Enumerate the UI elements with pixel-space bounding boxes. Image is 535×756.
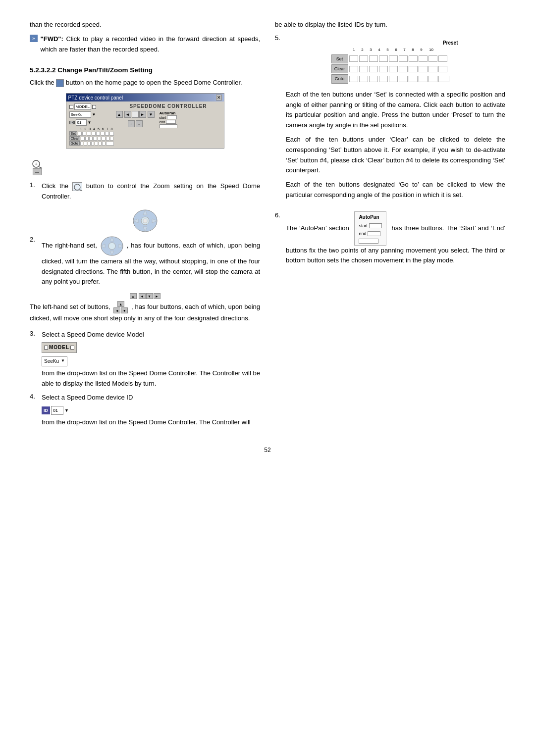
ptz-zoom-in-btn[interactable]: + — [128, 120, 135, 127]
autopan-start-label: start — [359, 222, 368, 229]
id-value[interactable]: 01 — [51, 406, 63, 415]
autopan-start-input[interactable] — [369, 223, 382, 228]
ptz-goto-cell-5[interactable] — [95, 142, 98, 146]
ptz-goto-cell-7[interactable] — [102, 142, 105, 146]
preset-goto-btn[interactable]: Goto — [331, 74, 348, 83]
ptz-seek-row: SeeKu ▼ — [69, 111, 114, 118]
ptz-start-input[interactable] — [167, 115, 177, 119]
ptz-clear-cell-7[interactable] — [106, 137, 109, 141]
ptz-goto-button[interactable]: Goto — [69, 141, 80, 146]
preset-clear-cell-7[interactable] — [409, 66, 418, 72]
preset-header-row: Preset — [331, 39, 460, 47]
preset-goto-cell-3[interactable] — [369, 76, 378, 82]
ptz-set-cell-7[interactable] — [105, 132, 109, 136]
preset-set-cell-10[interactable] — [438, 55, 447, 62]
preset-clear-cell-5[interactable] — [389, 66, 398, 72]
ptz-set-cell-2[interactable] — [82, 132, 86, 136]
preset-clear-cell-6[interactable] — [399, 66, 408, 72]
ptz-goto-cell-2[interactable] — [84, 142, 87, 146]
zoom-minus-btn[interactable]: — — [33, 168, 42, 175]
ptz-set-cell-4[interactable] — [92, 132, 96, 136]
autopan-end-input[interactable] — [368, 231, 380, 236]
model-checkbox-right[interactable] — [70, 346, 74, 350]
ptz-clear-cell-4[interactable] — [93, 137, 97, 141]
preset-clear-cell-8[interactable] — [419, 66, 428, 72]
right-num-item-6: 6. The ‘AutoPan’ section AutoPan start — [275, 211, 505, 274]
ptz-close-button[interactable]: ✕ — [216, 95, 222, 101]
ptz-set-button[interactable]: Set — [69, 131, 78, 136]
ptz-up-btn[interactable]: ▲ — [116, 111, 123, 118]
preset-clear-cell-1[interactable] — [349, 66, 358, 72]
ptz-clear-cell-3[interactable] — [89, 137, 93, 141]
preset-clear-cell-3[interactable] — [369, 66, 378, 72]
ptz-zoom-out-btn[interactable]: - — [136, 120, 143, 127]
preset-goto-cell-10[interactable] — [438, 76, 449, 82]
preset-para3: Each of the ten buttons designated ‘Go t… — [286, 180, 505, 201]
ptz-goto-cell-8[interactable] — [106, 142, 114, 146]
preset-clear-cell-2[interactable] — [359, 66, 368, 72]
ptz-clear-cell-2[interactable] — [85, 137, 89, 141]
ptz-id-label: ID — [69, 121, 75, 124]
model-label-text: MODEL — [49, 344, 69, 352]
ptz-end-row: end — [160, 120, 177, 124]
preset-set-cell-2[interactable] — [359, 55, 368, 62]
preset-goto-cell-1[interactable] — [349, 76, 358, 82]
ptz-preset-numbers: 1 2 3 4 5 6 7 8 — [79, 127, 114, 131]
ptz-clear-cell-5[interactable] — [98, 137, 101, 141]
preset-set-cell-6[interactable] — [399, 55, 408, 62]
ptz-autopan-label: AutoPan — [160, 111, 177, 115]
ptz-set-cell-6[interactable] — [101, 132, 105, 136]
ptz-play-input[interactable] — [160, 124, 177, 128]
preset-grid: Preset 1 2 3 4 5 6 7 8 9 10 — [331, 39, 460, 84]
preset-set-cell-3[interactable] — [369, 55, 378, 62]
zoom-control-icon — [72, 182, 82, 191]
preset-clear-cell-4[interactable] — [379, 66, 388, 72]
preset-goto-cell-2[interactable] — [359, 76, 368, 82]
ptz-set-cell-1[interactable] — [78, 132, 82, 136]
ptz-center-btn[interactable] — [132, 111, 139, 118]
ptz-left-btn[interactable]: ◄ — [124, 111, 131, 118]
model-checkbox-left[interactable] — [44, 346, 48, 350]
preset-set-btn[interactable]: Set — [331, 54, 348, 63]
ptz-set-cell-5[interactable] — [96, 132, 100, 136]
ptz-clear-cell-6[interactable] — [102, 137, 105, 141]
ptz-clear-button[interactable]: Clear — [69, 136, 81, 141]
ptz-goto-cell-3[interactable] — [88, 142, 91, 146]
preset-goto-cell-5[interactable] — [389, 76, 398, 82]
preset-goto-cell-7[interactable] — [409, 76, 418, 82]
ptz-model-checkbox2[interactable] — [92, 105, 96, 109]
preset-set-cell-8[interactable] — [419, 55, 428, 62]
ptz-down-btn[interactable]: ▼ — [148, 111, 155, 118]
ptz-seekku-dropdown[interactable]: SeeKu — [69, 111, 91, 118]
section-intro: Click the button on the home page to ope… — [30, 78, 260, 88]
fwd-label: "FWD": — [41, 35, 63, 43]
ptz-id-value[interactable]: 01 — [76, 119, 87, 126]
ptz-clear-cell-8[interactable] — [110, 137, 113, 141]
preset-goto-cell-6[interactable] — [399, 76, 408, 82]
ptz-clear-cell-1[interactable] — [81, 137, 84, 141]
preset-set-cell-4[interactable] — [379, 55, 388, 62]
page-number: 52 — [30, 447, 505, 454]
autopan-play-input[interactable] — [359, 239, 378, 244]
ptz-set-cell-8[interactable] — [109, 132, 113, 136]
preset-set-cell-5[interactable] — [389, 55, 398, 62]
ptz-model-checkbox[interactable] — [69, 105, 73, 109]
preset-goto-cell-8[interactable] — [419, 76, 428, 82]
ptz-title: PTZ device control panel — [68, 95, 123, 101]
ptz-goto-cell-1[interactable] — [80, 142, 83, 146]
ptz-goto-cell-4[interactable] — [91, 142, 94, 146]
preset-goto-cell-9[interactable] — [428, 76, 437, 82]
ptz-right-btn[interactable]: ► — [139, 111, 146, 118]
preset-clear-cell-9[interactable] — [428, 66, 437, 72]
model-widget: MODEL — [42, 342, 77, 353]
ptz-set-cell-3[interactable] — [87, 132, 91, 136]
preset-clear-cell-10[interactable] — [438, 66, 447, 72]
preset-clear-btn[interactable]: Clear — [331, 64, 348, 73]
preset-set-cell-7[interactable] — [409, 55, 418, 62]
preset-set-cell-1[interactable] — [349, 55, 358, 62]
ptz-goto-cell-6[interactable] — [99, 142, 102, 146]
preset-set-cell-9[interactable] — [428, 55, 437, 62]
ptz-end-input[interactable] — [166, 120, 176, 124]
seekku-dropdown[interactable]: SeeKu ▼ — [42, 356, 67, 366]
preset-goto-cell-4[interactable] — [379, 76, 388, 82]
